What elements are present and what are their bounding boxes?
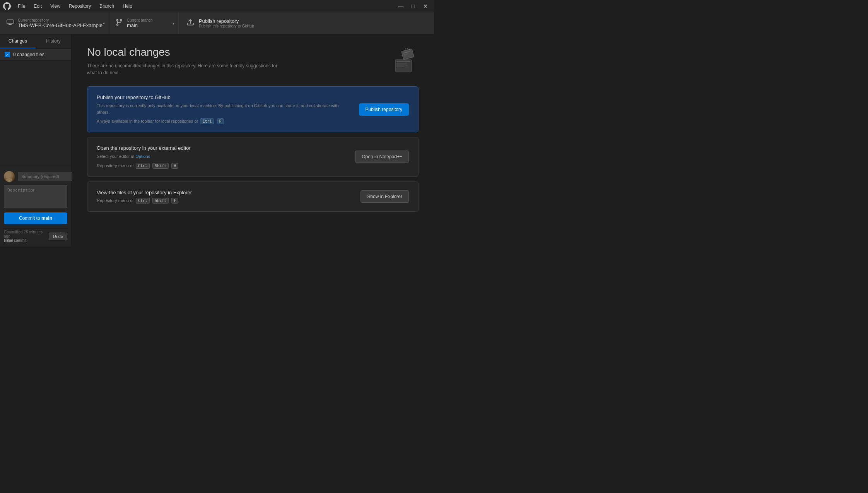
explorer-card-title: View the files of your repository in Exp… (97, 190, 351, 195)
titlebar-controls: — □ ✕ (395, 0, 431, 12)
svg-rect-5 (402, 49, 414, 60)
editor-key-a: A (171, 163, 178, 169)
last-commit-message: Initial commit (4, 238, 49, 243)
description-input[interactable] (4, 185, 67, 208)
repo-label: Current repository (18, 18, 103, 22)
publish-card-shortcut: Always available in the toolbar for loca… (97, 118, 350, 124)
sidebar-tabs: Changes History (0, 34, 71, 49)
svg-rect-4 (396, 67, 404, 67)
publish-card-desc: This repository is currently only availa… (97, 103, 350, 115)
changed-files-label: 0 changed files (13, 52, 44, 57)
sidebar-bottom: Commit to main Committed 26 minutes ago … (0, 167, 71, 246)
explorer-key-f: F (171, 198, 178, 204)
monitor-icon (6, 19, 14, 28)
editor-card: Open the repository in your external edi… (87, 137, 419, 177)
menu-repository[interactable]: Repository (65, 2, 95, 10)
avatar-summary-row (4, 171, 67, 182)
undo-button[interactable]: Undo (49, 233, 67, 240)
titlebar: File Edit View Repository Branch Help — … (0, 0, 434, 12)
svg-rect-1 (396, 61, 410, 62)
publish-icon (186, 19, 194, 28)
explorer-card-text: View the files of your repository in Exp… (97, 190, 351, 204)
menu-help[interactable]: Help (119, 2, 136, 10)
no-changes-title: No local changes (87, 46, 280, 58)
publish-repo-button[interactable]: Publish repository (359, 103, 409, 116)
menu-bar: File Edit View Repository Branch Help (14, 2, 136, 10)
explorer-card: View the files of your repository in Exp… (87, 181, 419, 212)
editor-card-text: Open the repository in your external edi… (97, 145, 346, 169)
publish-title: Publish repository (199, 18, 254, 24)
publish-card: Publish your repository to GitHub This r… (87, 86, 419, 132)
branch-chevron-icon: ▾ (173, 21, 174, 26)
branch-label: Current branch (127, 18, 153, 22)
select-all-checkbox[interactable] (5, 52, 10, 57)
publish-text: Publish repository Publish this reposito… (199, 18, 254, 28)
current-repo-section[interactable]: Current repository TMS-WEB-Core-GitHub-A… (0, 12, 109, 34)
editor-key-ctrl: Ctrl (136, 163, 150, 169)
sidebar-file-list (0, 61, 71, 167)
explorer-card-shortcut: Repository menu or Ctrl Shift F (97, 198, 351, 204)
changed-files-bar: 0 changed files (0, 49, 71, 61)
summary-input[interactable] (18, 172, 78, 181)
menu-branch[interactable]: Branch (96, 2, 118, 10)
avatar-image (4, 171, 15, 182)
last-commit-bar: Committed 26 minutes ago Initial commit … (4, 228, 67, 243)
commit-btn-branch: main (41, 216, 52, 221)
menu-edit[interactable]: Edit (30, 2, 46, 10)
editor-card-title: Open the repository in your external edi… (97, 145, 346, 151)
commit-button[interactable]: Commit to main (4, 212, 67, 224)
branch-value: main (127, 22, 153, 28)
editor-key-shift: Shift (152, 163, 169, 169)
repo-chevron-icon: ▾ (103, 21, 105, 26)
branch-text: Current branch main (127, 18, 153, 28)
last-committed-label: Committed 26 minutes ago (4, 230, 49, 238)
editor-card-desc: Select your editor in Options (97, 153, 346, 160)
avatar (4, 171, 15, 182)
menu-view[interactable]: View (46, 2, 64, 10)
publish-section[interactable]: Publish repository Publish this reposito… (179, 12, 262, 34)
show-in-explorer-button[interactable]: Show in Explorer (361, 190, 409, 203)
minimize-button[interactable]: — (395, 1, 406, 12)
explorer-key-shift: Shift (152, 198, 169, 204)
publish-subtitle: Publish this repository to GitHub (199, 24, 254, 28)
toolbar: Current repository TMS-WEB-Core-GitHub-A… (0, 12, 434, 34)
menu-file[interactable]: File (14, 2, 29, 10)
publish-card-text: Publish your repository to GitHub This r… (97, 94, 350, 124)
branch-icon (115, 19, 123, 28)
no-changes-header: No local changes There are no uncommitte… (87, 46, 419, 77)
svg-rect-3 (396, 65, 408, 65)
publish-key-p: P (217, 118, 224, 124)
repo-value: TMS-WEB-Core-GitHub-API-Example (18, 22, 103, 28)
main-content: No local changes There are no uncommitte… (72, 34, 434, 246)
open-in-editor-button[interactable]: Open in Notepad++ (355, 151, 409, 163)
tab-history[interactable]: History (36, 34, 71, 48)
svg-rect-2 (396, 63, 407, 63)
main-layout: Changes History 0 changed files Commit t… (0, 34, 434, 246)
editor-card-shortcut: Repository menu or Ctrl Shift A (97, 163, 346, 169)
publish-card-title: Publish your repository to GitHub (97, 94, 350, 100)
commit-btn-prefix: Commit to (19, 216, 41, 221)
tab-changes[interactable]: Changes (0, 34, 36, 48)
current-branch-section[interactable]: Current branch main ▾ (109, 12, 179, 34)
sidebar: Changes History 0 changed files Commit t… (0, 34, 72, 246)
no-changes-subtitle: There are no uncommitted changes in this… (87, 62, 280, 76)
explorer-key-ctrl: Ctrl (136, 198, 150, 204)
no-changes-text: No local changes There are no uncommitte… (87, 46, 280, 76)
github-logo-icon (3, 2, 11, 10)
options-link[interactable]: Options (135, 154, 150, 159)
repo-text: Current repository TMS-WEB-Core-GitHub-A… (18, 18, 103, 28)
maximize-button[interactable]: □ (408, 1, 419, 12)
publish-key-ctrl: Ctrl (200, 118, 214, 124)
close-button[interactable]: ✕ (420, 1, 431, 12)
illustration (388, 46, 419, 77)
